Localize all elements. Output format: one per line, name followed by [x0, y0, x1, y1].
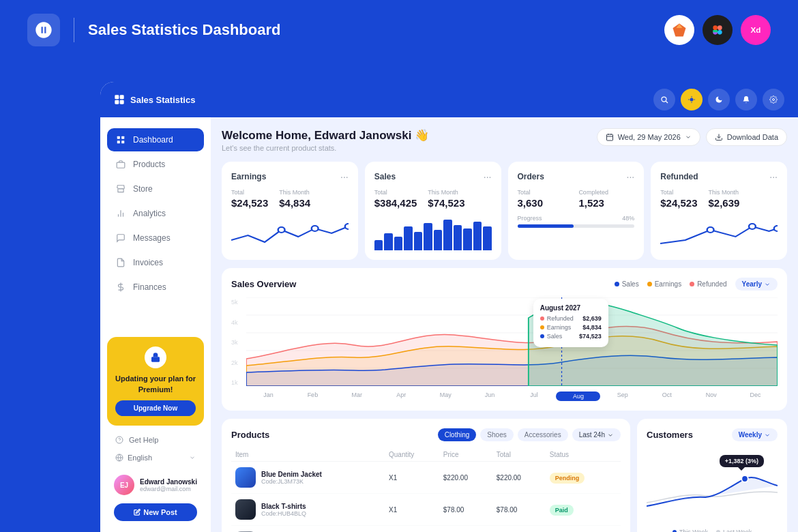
welcome-greeting: Welcome Home, Edward Janowski 👋: [222, 128, 429, 143]
sidebar-item-store[interactable]: Store: [107, 177, 204, 201]
sidebar-item-help[interactable]: Get Help: [107, 431, 204, 449]
product-status-3: Canceled: [546, 526, 621, 533]
theme-btn[interactable]: [681, 89, 703, 110]
products-period[interactable]: Last 24h: [572, 428, 621, 441]
sales-total-label: Total: [374, 189, 417, 196]
inner-brand-name: Sales Statistics: [130, 95, 195, 105]
new-post-button[interactable]: New Post: [114, 503, 197, 521]
svg-rect-11: [115, 100, 119, 104]
svg-rect-21: [117, 136, 120, 139]
refunded-month-value: $2,639: [708, 197, 739, 209]
sidebar-item-language[interactable]: English: [107, 449, 204, 467]
sidebar-item-products[interactable]: Products: [107, 153, 204, 176]
product-thumb-2: [235, 499, 256, 520]
sales-menu[interactable]: ···: [484, 171, 492, 182]
product-status-2: Paid: [546, 494, 621, 526]
sidebar-item-finances[interactable]: Finances: [107, 276, 204, 299]
tooltip-earnings-val: $4,834: [582, 324, 602, 331]
customers-period[interactable]: Weekly: [732, 428, 778, 441]
filter-clothing[interactable]: Clothing: [438, 428, 477, 441]
refunded-menu[interactable]: ···: [769, 171, 778, 182]
product-total-2: $78.00: [492, 494, 546, 526]
product-price-1: $220.00: [439, 462, 492, 494]
search-btn[interactable]: [653, 89, 675, 110]
customers-card: Customers Weekly: [637, 419, 787, 532]
filter-accessories[interactable]: Accessories: [518, 428, 568, 441]
sidebar-label-store: Store: [133, 184, 153, 194]
bar-4: [404, 226, 412, 250]
sidebar-item-messages[interactable]: Messages: [107, 226, 204, 250]
calendar-icon: [606, 133, 614, 141]
product-qty-3: X1: [385, 526, 439, 533]
new-post-label: New Post: [143, 508, 177, 516]
earnings-month-group: This Month $4,834: [279, 189, 310, 209]
sidebar-item-analytics[interactable]: Analytics: [107, 202, 204, 225]
sidebar-item-dashboard[interactable]: Dashboard: [107, 128, 204, 151]
bar-12: [483, 226, 491, 250]
products-title: Products: [231, 430, 269, 440]
user-profile: EJ Edward Janowski edward@mail.com: [107, 469, 204, 501]
orders-completed-group: Completed 1,523: [578, 189, 634, 209]
products-table: Item Quantity Price Total Status: [231, 448, 621, 532]
earnings-menu[interactable]: ···: [340, 171, 349, 182]
download-button[interactable]: Download Data: [706, 128, 787, 146]
bar-1: [374, 240, 383, 250]
earnings-header: Earnings ···: [231, 171, 349, 182]
sales-month-label: This Month: [428, 189, 464, 196]
col-price: Price: [439, 448, 492, 462]
user-info: Edward Janowski edward@mail.com: [140, 478, 197, 492]
product-code-2: Code:HUB4BLQ: [261, 510, 306, 517]
sun-icon: [688, 95, 696, 104]
figma-icon[interactable]: [703, 15, 733, 45]
tooltip-earnings-dot: [540, 325, 544, 329]
product-info-2: Black T-shirts Code:HUB4BLQ: [261, 503, 306, 517]
refunded-total-value: $24,523: [660, 197, 697, 209]
svg-line-14: [666, 101, 668, 103]
sidebar-item-invoices[interactable]: Invoices: [107, 251, 204, 274]
progress-fill: [518, 224, 574, 228]
sales-dot: [615, 282, 619, 286]
date-button[interactable]: Wed, 29 May 2026: [597, 128, 700, 146]
product-cell-2: Black T-shirts Code:HUB4BLQ: [235, 499, 381, 520]
x-aug[interactable]: Aug: [556, 391, 600, 401]
y-label-5k: 5k: [231, 299, 238, 306]
svg-point-6: [718, 30, 722, 35]
sales-header: Sales ···: [374, 171, 492, 182]
x-dec: Dec: [733, 391, 778, 401]
upgrade-button[interactable]: Upgrade Now: [115, 400, 196, 416]
table-row: Blue Denim Jacket Code:JL3M73K X1 $220.0…: [231, 462, 621, 494]
welcome-text: Welcome Home, Edward Janowski 👋 Let's se…: [222, 128, 429, 152]
svg-rect-10: [120, 95, 124, 99]
svg-point-45: [774, 226, 778, 231]
tooltip-refunded-label: Refunded: [540, 315, 574, 322]
chevron-down-icon: [764, 281, 771, 288]
filter-tabs: Clothing Shoes Accessories Last 24h: [438, 428, 621, 441]
settings-btn[interactable]: [763, 89, 784, 110]
product-price-2: $78.00: [439, 494, 492, 526]
legend-sales: Sales: [615, 280, 639, 288]
tooltip-sales-val: $74,523: [579, 333, 602, 340]
moon-btn[interactable]: [708, 89, 730, 110]
tooltip-earnings-row: Earnings $4,834: [540, 324, 602, 331]
message-icon: [115, 233, 126, 243]
overview-title: Sales Overview: [231, 279, 296, 289]
orders-completed-value: 1,523: [578, 197, 604, 209]
bar-7: [434, 230, 442, 250]
period-selector[interactable]: Yearly: [735, 278, 778, 291]
orders-menu[interactable]: ···: [627, 171, 635, 182]
svg-rect-9: [115, 95, 119, 99]
product-item-2: Black T-shirts Code:HUB4BLQ: [231, 494, 385, 526]
filter-shoes[interactable]: Shoes: [480, 428, 513, 441]
bell-btn[interactable]: [735, 89, 757, 110]
xd-icon[interactable]: Xd: [741, 15, 771, 45]
product-thumb-1: [235, 467, 256, 488]
x-axis: Jan Feb Mar Apr May Jun Jul Aug Sep Oct …: [246, 389, 778, 401]
bar-6: [424, 223, 432, 250]
earnings-total-group: Total $24,523: [231, 189, 268, 209]
x-nov: Nov: [689, 391, 733, 401]
sketch-icon[interactable]: [664, 15, 694, 45]
svg-rect-3: [713, 25, 718, 30]
sales-total-group: Total $384,425: [374, 189, 417, 209]
user-name: Edward Janowski: [140, 478, 197, 486]
bar-11: [473, 222, 482, 251]
